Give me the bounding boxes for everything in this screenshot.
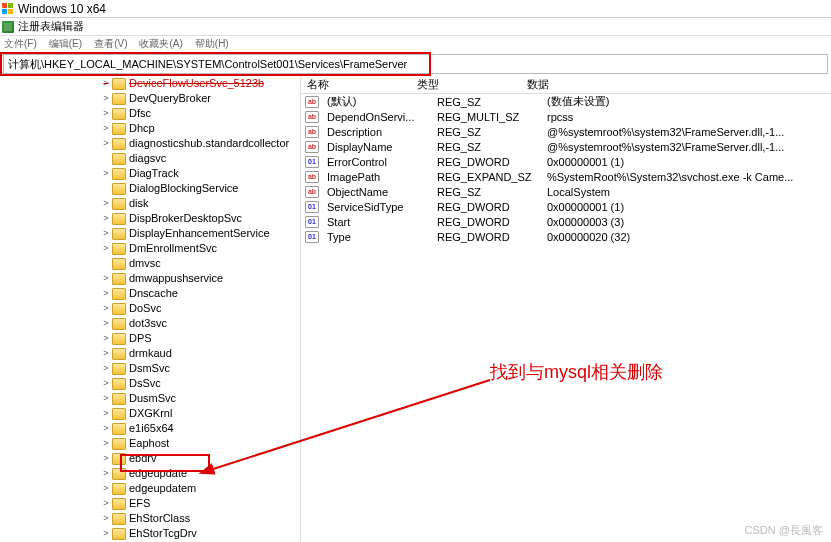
value-row[interactable]: ab(默认)REG_SZ(数值未设置)	[301, 94, 831, 109]
tree-item[interactable]: >edgeupdate	[0, 466, 300, 481]
tree-item[interactable]: >disk	[0, 196, 300, 211]
svg-rect-1	[8, 3, 13, 8]
col-data[interactable]: 数据	[521, 77, 831, 92]
expand-icon[interactable]: >	[100, 136, 112, 151]
tree-item[interactable]: >DisplayEnhancementService	[0, 226, 300, 241]
expand-icon[interactable]: >	[100, 316, 112, 331]
value-type: REG_DWORD	[431, 216, 541, 228]
menu-edit[interactable]: 编辑(E)	[49, 37, 82, 51]
expand-icon[interactable]: >	[100, 421, 112, 436]
tree-item[interactable]: >DXGKrnl	[0, 406, 300, 421]
tree-item[interactable]: >Dhcp	[0, 121, 300, 136]
expand-icon[interactable]: >	[100, 466, 112, 481]
expand-icon[interactable]: >	[100, 91, 112, 106]
folder-icon	[112, 393, 126, 405]
value-data: %SystemRoot%\System32\svchost.exe -k Cam…	[541, 171, 831, 183]
registry-value-list[interactable]: 名称 类型 数据 ab(默认)REG_SZ(数值未设置)abDependOnSe…	[300, 76, 831, 542]
tree-item-label: DialogBlockingService	[129, 181, 238, 196]
tree-item[interactable]: >DevQueryBroker	[0, 91, 300, 106]
expand-icon[interactable]: >	[100, 106, 112, 121]
tree-item[interactable]: >DsSvc	[0, 376, 300, 391]
expand-icon[interactable]: >	[100, 346, 112, 361]
value-row[interactable]: 01ServiceSidTypeREG_DWORD0x00000001 (1)	[301, 199, 831, 214]
folder-icon	[112, 93, 126, 105]
expand-icon[interactable]: >	[100, 376, 112, 391]
string-value-icon: ab	[305, 126, 319, 138]
menu-help[interactable]: 帮助(H)	[195, 37, 229, 51]
expand-icon[interactable]: >	[100, 76, 112, 91]
expand-icon[interactable]: >	[100, 406, 112, 421]
value-data: rpcss	[541, 111, 831, 123]
col-type[interactable]: 类型	[411, 77, 521, 92]
expand-icon[interactable]: >	[100, 121, 112, 136]
tree-item[interactable]: DialogBlockingService	[0, 181, 300, 196]
address-bar[interactable]: 计算机\HKEY_LOCAL_MACHINE\SYSTEM\ControlSet…	[3, 54, 828, 74]
folder-icon	[112, 138, 126, 150]
expand-icon[interactable]: >	[100, 241, 112, 256]
value-row[interactable]: abImagePathREG_EXPAND_SZ%SystemRoot%\Sys…	[301, 169, 831, 184]
menubar: 文件(F) 编辑(E) 查看(V) 收藏夹(A) 帮助(H)	[0, 36, 831, 52]
value-row[interactable]: abDescriptionREG_SZ@%systemroot%\system3…	[301, 124, 831, 139]
tree-item[interactable]: >Dnscache	[0, 286, 300, 301]
expand-icon[interactable]: >	[100, 286, 112, 301]
expand-icon[interactable]: >	[100, 496, 112, 511]
menu-view[interactable]: 查看(V)	[94, 37, 127, 51]
tree-item[interactable]: >edgeupdatem	[0, 481, 300, 496]
expand-icon[interactable]: >	[100, 196, 112, 211]
tree-item[interactable]: >drmkaud	[0, 346, 300, 361]
expand-icon[interactable]: >	[100, 166, 112, 181]
tree-item[interactable]: >EhStorClass	[0, 511, 300, 526]
string-value-icon: ab	[305, 111, 319, 123]
tree-item[interactable]: >DsmSvc	[0, 361, 300, 376]
value-row[interactable]: 01ErrorControlREG_DWORD0x00000001 (1)	[301, 154, 831, 169]
folder-icon	[112, 123, 126, 135]
expand-icon[interactable]: >	[100, 361, 112, 376]
value-row[interactable]: abDependOnServi...REG_MULTI_SZrpcss	[301, 109, 831, 124]
value-data: (数值未设置)	[541, 94, 831, 109]
app-titlebar: 注册表编辑器	[0, 18, 831, 36]
tree-item[interactable]: >ebdrv	[0, 451, 300, 466]
value-row[interactable]: 01TypeREG_DWORD0x00000020 (32)	[301, 229, 831, 244]
expand-icon[interactable]: >	[100, 301, 112, 316]
tree-item[interactable]: >dmwappushservice	[0, 271, 300, 286]
value-row[interactable]: abObjectNameREG_SZLocalSystem	[301, 184, 831, 199]
value-name: Type	[321, 231, 431, 243]
expand-icon[interactable]: >	[100, 211, 112, 226]
tree-item[interactable]: >DiagTrack	[0, 166, 300, 181]
expand-icon[interactable]: >	[100, 481, 112, 496]
expand-icon[interactable]: >	[100, 271, 112, 286]
tree-item[interactable]: >e1i65x64	[0, 421, 300, 436]
tree-item[interactable]: >EhStorTcgDrv	[0, 526, 300, 541]
menu-favorites[interactable]: 收藏夹(A)	[139, 37, 182, 51]
expand-icon[interactable]: >	[100, 511, 112, 526]
expand-icon[interactable]: >	[100, 331, 112, 346]
tree-item[interactable]: diagsvc	[0, 151, 300, 166]
value-row[interactable]: 01StartREG_DWORD0x00000003 (3)	[301, 214, 831, 229]
registry-tree[interactable]: >DeviceFlowUserSvc_5123b>DevQueryBroker>…	[0, 76, 300, 542]
folder-icon	[112, 78, 126, 90]
expand-icon[interactable]: >	[100, 226, 112, 241]
tree-item[interactable]: >DoSvc	[0, 301, 300, 316]
tree-item[interactable]: >diagnosticshub.standardcollector	[0, 136, 300, 151]
tree-item-label: diagnosticshub.standardcollector	[129, 136, 289, 151]
expand-icon[interactable]: >	[100, 391, 112, 406]
tree-item-label: Dfsc	[129, 106, 151, 121]
string-value-icon: ab	[305, 186, 319, 198]
tree-item[interactable]: >DmEnrollmentSvc	[0, 241, 300, 256]
tree-item[interactable]: >dot3svc	[0, 316, 300, 331]
expand-icon[interactable]: >	[100, 436, 112, 451]
expand-icon[interactable]: >	[100, 451, 112, 466]
menu-file[interactable]: 文件(F)	[4, 37, 37, 51]
folder-icon	[112, 303, 126, 315]
tree-item[interactable]: dmvsc	[0, 256, 300, 271]
tree-item[interactable]: >DPS	[0, 331, 300, 346]
col-name[interactable]: 名称	[301, 77, 411, 92]
tree-item[interactable]: >EFS	[0, 496, 300, 511]
value-row[interactable]: abDisplayNameREG_SZ@%systemroot%\system3…	[301, 139, 831, 154]
tree-item[interactable]: >DusmSvc	[0, 391, 300, 406]
tree-item[interactable]: >Eaphost	[0, 436, 300, 451]
tree-item[interactable]: >DeviceFlowUserSvc_5123b	[0, 76, 300, 91]
expand-icon[interactable]: >	[100, 526, 112, 541]
tree-item[interactable]: >DispBrokerDesktopSvc	[0, 211, 300, 226]
tree-item[interactable]: >Dfsc	[0, 106, 300, 121]
